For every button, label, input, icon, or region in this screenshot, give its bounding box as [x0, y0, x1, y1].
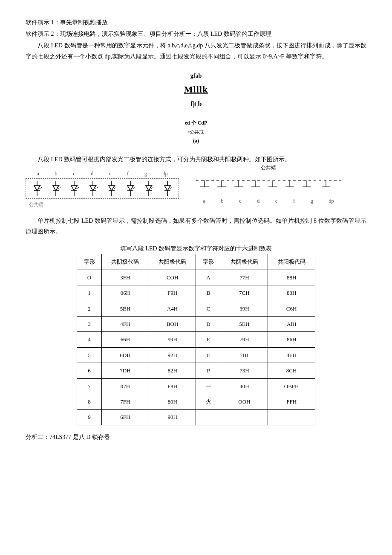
paragraph-1: 八段 LED 数码管是一种常用的数字显示元件，将 a,b,c,d,e,f,g,d… — [26, 40, 366, 61]
table-cell: P — [196, 363, 221, 378]
table-cell: F9H — [149, 285, 196, 301]
svg-marker-7 — [53, 186, 59, 191]
paragraph-2: 八段 LED 数码管可根据内部发光二极管的连接方式，可分为共阴极和共阳极两种。如… — [26, 154, 366, 165]
pin-label: d — [257, 197, 259, 206]
table-row: 707HF8H一40HOBFH — [77, 378, 315, 394]
table-cell: 90H — [149, 410, 196, 425]
table-cell: 9 — [77, 410, 102, 425]
pin-label: e — [109, 169, 111, 179]
table-header: 字形 — [77, 254, 102, 270]
table-cell: 82H — [149, 363, 196, 378]
table-cell: 07H — [102, 378, 149, 394]
seven-seg-diagram: gfab Mlllk f|t|b ed 个 CdP •公共戒 (a) — [26, 70, 366, 146]
table-row: O3FHCOHA77H88H — [77, 270, 315, 285]
diagram-label-mid2: f|t|b — [26, 98, 366, 110]
left-bottom-label: 公共端 — [26, 200, 179, 209]
table-cell: 83H — [268, 285, 315, 301]
table-cell: 66H — [102, 332, 149, 347]
table-cell: 80H — [149, 394, 196, 409]
table-cell: D — [196, 317, 221, 332]
table-cell: A — [196, 270, 221, 285]
diagram-label-bot3: (a) — [26, 137, 366, 146]
diagram-label-bot2: •公共戒 — [26, 128, 366, 137]
pin-label: dp — [329, 197, 334, 206]
table-cell: 7FH — [102, 394, 149, 409]
circuit-left: a b c d e f g dp 公共端 — [26, 169, 179, 209]
table-cell: 40H — [221, 378, 268, 394]
pin-label: b — [221, 197, 223, 206]
pin-label: c — [73, 169, 75, 179]
table-row: 67DH82HP73H8CH — [77, 363, 315, 378]
pin-label: c — [239, 197, 241, 206]
table-cell: AlH — [268, 317, 315, 332]
text-line-final: 分析二：74LS377 是八 D 锁存器 — [26, 432, 366, 442]
table-cell: 5 — [77, 347, 102, 363]
svg-line-47 — [170, 187, 172, 189]
table-cell: COH — [149, 270, 196, 285]
table-row: 106HF9HB7CH83H — [77, 285, 315, 301]
led-icon — [30, 181, 44, 196]
text-line-demo1: 软件演示 1：事先录制视频播放 — [26, 17, 366, 28]
table-cell: 7CH — [221, 285, 268, 301]
svg-marker-13 — [71, 186, 77, 191]
table-header: 共阴极代码 — [221, 254, 268, 270]
pin-labels-bottom: a b c d e f g dp — [192, 197, 345, 206]
table-row: 96FH90H — [77, 410, 315, 425]
table-cell: 4FH — [102, 317, 149, 332]
pin-label: g — [144, 169, 147, 179]
table-cell: 06H — [102, 285, 149, 301]
svg-marker-1 — [34, 186, 40, 191]
pin-labels-top: a b c d e f g dp — [26, 169, 179, 179]
svg-marker-19 — [90, 186, 96, 191]
table-cell: 5EH — [221, 317, 268, 332]
table-cell — [221, 410, 268, 425]
table-cell: 39H — [221, 301, 268, 316]
table-row: 25BHA4HC39HC6H — [77, 301, 315, 316]
led-dashed-box — [26, 178, 179, 199]
svg-line-41 — [151, 187, 153, 189]
table-caption: 填写八段 LED 数码管显示数字和字符对应的十六进制数表 — [26, 243, 366, 254]
diagram-label-bot1: ed 个 CdP — [26, 119, 366, 128]
table-cell: 7IH — [221, 347, 268, 363]
circuit-right: 公共靖 a b c d e f g dp — [192, 172, 345, 206]
svg-marker-25 — [109, 186, 115, 191]
table-cell: 7 — [77, 378, 102, 394]
table-cell: O — [77, 270, 102, 285]
table-cell: 73H — [221, 363, 268, 378]
table-cell: F8H — [149, 378, 196, 394]
table-cell: 一 — [196, 378, 221, 394]
svg-line-23 — [95, 187, 98, 189]
led-icon — [104, 181, 119, 196]
table-cell: A4H — [149, 301, 196, 316]
table-cell: 99H — [149, 332, 196, 347]
table-cell: 6DH — [102, 347, 149, 363]
pin-label: d — [91, 169, 93, 179]
led-icon — [86, 181, 100, 196]
table-cell: 6FH — [102, 410, 149, 425]
table-cell: 79H — [221, 332, 268, 347]
table-cell — [268, 410, 315, 425]
svg-line-11 — [58, 187, 61, 189]
table-cell: F — [196, 347, 221, 363]
table-cell: 8EH — [268, 347, 315, 363]
right-circuit-svg — [192, 172, 345, 193]
table-cell: C — [196, 301, 221, 316]
svg-line-5 — [39, 187, 42, 189]
pin-label: b — [55, 169, 57, 179]
table-header-row: 字形 共阴极代码 共阳极代码 字形 共阴极代码 共阳极代码 — [77, 254, 315, 270]
table-row: 34FHBOHD5EHAlH — [77, 317, 315, 332]
svg-line-35 — [133, 187, 135, 189]
table-cell: 2 — [77, 301, 102, 316]
table-cell: 8CH — [268, 363, 315, 378]
table-cell: 3 — [77, 317, 102, 332]
hex-code-table: 字形 共阴极代码 共阳极代码 字形 共阴极代码 共阳极代码 O3FHCOHA77… — [77, 254, 315, 425]
circuit-diagrams-row: a b c d e f g dp 公共端 公共靖 — [26, 169, 366, 209]
led-icon — [49, 181, 63, 196]
table-cell: OOH — [221, 394, 268, 409]
table-cell: 3FH — [102, 270, 149, 285]
diagram-label-top: gfab — [26, 70, 366, 81]
table-header: 共阳极代码 — [268, 254, 315, 270]
table-cell: 1 — [77, 285, 102, 301]
pin-label: a — [203, 197, 205, 206]
led-icon — [160, 181, 175, 196]
